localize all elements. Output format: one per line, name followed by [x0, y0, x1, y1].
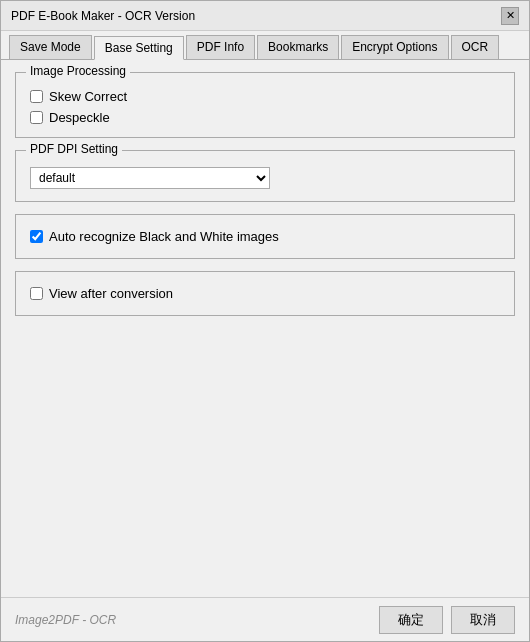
footer-label: Image2PDF - OCR	[15, 613, 116, 627]
image-processing-group: Image Processing Skew Correct Despeckle	[15, 72, 515, 138]
auto-recognize-label[interactable]: Auto recognize Black and White images	[49, 229, 279, 244]
dpi-dropdown[interactable]: default 72 96 150 200 300 400 600	[30, 167, 270, 189]
close-button[interactable]: ✕	[501, 7, 519, 25]
view-after-row: View after conversion	[30, 286, 173, 301]
content-area: Image Processing Skew Correct Despeckle …	[1, 60, 529, 597]
view-after-box: View after conversion	[15, 271, 515, 316]
footer-buttons: 确定 取消	[379, 606, 515, 634]
tab-save-mode[interactable]: Save Mode	[9, 35, 92, 59]
tab-bar: Save Mode Base Setting PDF Info Bookmark…	[1, 31, 529, 60]
pdf-dpi-legend: PDF DPI Setting	[26, 142, 122, 156]
window-title: PDF E-Book Maker - OCR Version	[11, 9, 195, 23]
despeckle-row: Despeckle	[30, 110, 500, 125]
pdf-dpi-group: PDF DPI Setting default 72 96 150 200 30…	[15, 150, 515, 202]
footer: Image2PDF - OCR 确定 取消	[1, 597, 529, 641]
skew-correct-label[interactable]: Skew Correct	[49, 89, 127, 104]
tab-encrypt-options[interactable]: Encrypt Options	[341, 35, 448, 59]
ok-button[interactable]: 确定	[379, 606, 443, 634]
auto-recognize-checkbox[interactable]	[30, 230, 43, 243]
title-bar: PDF E-Book Maker - OCR Version ✕	[1, 1, 529, 31]
skew-correct-checkbox[interactable]	[30, 90, 43, 103]
tab-base-setting[interactable]: Base Setting	[94, 36, 184, 60]
auto-recognize-row: Auto recognize Black and White images	[30, 229, 279, 244]
dpi-select-row: default 72 96 150 200 300 400 600	[30, 167, 500, 189]
view-after-checkbox[interactable]	[30, 287, 43, 300]
despeckle-checkbox[interactable]	[30, 111, 43, 124]
tab-pdf-info[interactable]: PDF Info	[186, 35, 255, 59]
tab-bookmarks[interactable]: Bookmarks	[257, 35, 339, 59]
image-processing-legend: Image Processing	[26, 64, 130, 78]
auto-recognize-box: Auto recognize Black and White images	[15, 214, 515, 259]
skew-correct-row: Skew Correct	[30, 89, 500, 104]
main-window: PDF E-Book Maker - OCR Version ✕ Save Mo…	[0, 0, 530, 642]
cancel-button[interactable]: 取消	[451, 606, 515, 634]
despeckle-label[interactable]: Despeckle	[49, 110, 110, 125]
tab-ocr[interactable]: OCR	[451, 35, 500, 59]
view-after-label[interactable]: View after conversion	[49, 286, 173, 301]
